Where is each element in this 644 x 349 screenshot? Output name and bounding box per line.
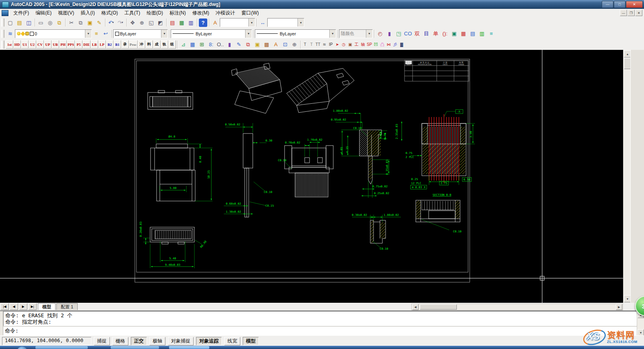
co-tool-button[interactable]: CO [404, 29, 412, 38]
toolbar-grip[interactable] [1, 41, 4, 49]
cmd-成-button[interactable]: 成 [153, 40, 161, 49]
sp-tool-button[interactable]: SP [367, 40, 372, 49]
layer-previous-button[interactable]: ↩ [101, 29, 110, 38]
layers-cyan-button[interactable]: ≡ [487, 29, 495, 38]
hatch-blue-button[interactable]: 彡 [392, 40, 398, 49]
layer-combo[interactable]: 0 ▼ [15, 29, 92, 38]
shaft-red-button[interactable]: 轴 [360, 40, 366, 49]
close-button[interactable]: ✕ [626, 1, 643, 8]
layer-freeze-icon[interactable] [21, 31, 25, 36]
tool-palettes-button[interactable]: ▥ [187, 18, 195, 27]
clock-tool-button[interactable]: ◴ [376, 29, 384, 38]
make-object-layer-current-button[interactable]: ≡ [92, 29, 101, 38]
tab-next-button[interactable]: ▶ [19, 303, 27, 310]
taskbar-item[interactable] [35, 346, 88, 349]
cmd-Proc-button[interactable]: Proc [129, 40, 138, 49]
lineweight-combo[interactable]: ByLayer ▼ [255, 29, 336, 38]
punch-double-button[interactable]: TT [315, 40, 321, 49]
status-toggle-7[interactable]: 模型 [243, 337, 259, 345]
dropdown-arrow-icon[interactable]: ▼ [245, 30, 252, 38]
tab-layout1[interactable]: 配置 1 [56, 303, 78, 310]
properties-palette-button[interactable]: ▤ [168, 18, 177, 27]
command-window-grip[interactable] [0, 311, 3, 336]
grid-tool-button[interactable]: ⊞ [198, 40, 206, 49]
cmd-1st-button[interactable]: 1st [6, 40, 13, 49]
horizontal-scrollbar[interactable]: ◀ ▶ [411, 304, 623, 310]
menu-item-5[interactable]: 工具(T) [121, 9, 143, 17]
slide-red-button[interactable]: 工 [354, 40, 359, 49]
coordinate-readout[interactable]: 1461.7698, 104.0006, 0.0000 [2, 337, 91, 345]
spring-tool-button[interactable]: ≋ [322, 40, 327, 49]
menu-item-4[interactable]: 格式(O) [98, 9, 121, 17]
command-window[interactable]: 命令: e ERASE 找到 2 个命令: 指定对角点: 命令: ▲ ▼ [0, 310, 644, 336]
minimize-button[interactable]: — [602, 1, 613, 8]
cmd-LB-button[interactable]: LB [91, 40, 98, 49]
dye-tool-button[interactable]: 双 [413, 29, 421, 38]
paste-button[interactable]: ▣ [86, 18, 94, 27]
cmd-冲-button[interactable]: 冲 [138, 40, 145, 49]
punch-gray-button[interactable]: T [302, 40, 308, 49]
render-box-button[interactable]: ◳ [394, 29, 403, 38]
scroll-right-button[interactable]: ▶ [616, 304, 622, 310]
menu-item-0[interactable]: 文件(F) [10, 9, 32, 17]
new-file-button[interactable]: ▢ [6, 18, 14, 27]
layer-color-swatch[interactable] [30, 32, 34, 36]
dim-style-combo[interactable]: ▼ [267, 18, 304, 27]
status-toggle-5[interactable]: 对象追踪 [196, 337, 222, 345]
start-orb[interactable] [17, 347, 27, 349]
cmd-HD-button[interactable]: HD [13, 40, 21, 49]
plot-preview-button[interactable]: ◎ [46, 18, 54, 27]
cmd-组-button[interactable]: 组 [168, 40, 176, 49]
status-toggle-1[interactable]: 栅格 [112, 337, 128, 345]
doc-restore-button[interactable]: ❐ [627, 10, 635, 16]
taskbar-item[interactable] [111, 346, 159, 349]
dropdown-arrow-icon[interactable]: ▼ [329, 30, 336, 38]
cmd-U1-button[interactable]: U1 [21, 40, 29, 49]
layer-lock-icon[interactable] [25, 32, 29, 35]
pencil-tool-button[interactable]: ✎ [235, 40, 243, 49]
book-tool-button[interactable]: ▮ [225, 40, 234, 49]
plot-button[interactable]: ▭ [37, 18, 45, 27]
tab-last-button[interactable]: ▶| [28, 303, 37, 310]
toolbar-grip[interactable] [1, 30, 4, 38]
cmd-UB-button[interactable]: UB [52, 40, 59, 49]
cmd-轨-button[interactable]: 轨 [161, 40, 168, 49]
tab-prev-button[interactable]: ◀ [10, 303, 18, 310]
windows-taskbar[interactable] [0, 346, 644, 349]
text-style-combo[interactable]: ▼ [220, 18, 255, 27]
color-bars-button[interactable]: ▤ [469, 29, 477, 38]
guide-pink-button[interactable]: 凸 [380, 40, 385, 49]
redo-button[interactable]: ↷▼ [116, 18, 125, 27]
render-dark-button[interactable]: ▣ [450, 29, 458, 38]
zoom-realtime-button[interactable]: ⊕ [138, 18, 146, 27]
sheet-yellow-button[interactable]: ▣ [253, 40, 262, 49]
color-grid-button[interactable]: ▦ [459, 29, 468, 38]
dropdown-arrow-icon[interactable]: ▼ [297, 18, 304, 27]
dropdown-arrow-icon[interactable]: ▼ [121, 21, 124, 24]
undo-button[interactable]: ↶▼ [107, 18, 116, 27]
menu-item-6[interactable]: 绘图(D) [143, 9, 166, 17]
help-button[interactable]: ? [199, 18, 207, 27]
cmd-料-button[interactable]: 料 [145, 40, 153, 49]
layer-manager-button[interactable]: ≋ [6, 29, 14, 38]
command-prompt[interactable]: 命令: [3, 326, 637, 336]
cmd-LP-button[interactable]: LP [98, 40, 106, 49]
cmd-U2-button[interactable]: U2 [29, 40, 36, 49]
osnap-dots-button[interactable]: O.. [216, 40, 225, 49]
menu-item-8[interactable]: 修改(M) [189, 9, 213, 17]
command-scroll-down[interactable]: ▼ [638, 329, 644, 336]
cmd-PPS-button[interactable]: PPS [67, 40, 75, 49]
tab-model[interactable]: 模型 [38, 303, 56, 310]
bracket-tool-button[interactable]: (): [441, 29, 449, 38]
status-toggle-0[interactable]: 捕捉 [94, 337, 110, 345]
add-circle-button[interactable]: ⊕ [290, 40, 299, 49]
menu-item-10[interactable]: 窗口(W) [238, 9, 262, 17]
cmd-DIE-button[interactable]: DIE [83, 40, 91, 49]
taskbar-item[interactable] [169, 346, 209, 349]
cmd-录-button[interactable]: 录 [121, 40, 129, 49]
pan-button[interactable]: ✥ [128, 18, 137, 27]
sheet-list-button[interactable]: ▥ [478, 29, 486, 38]
status-toggle-6[interactable]: 线宽 [224, 337, 240, 345]
toolbar-grip[interactable] [1, 18, 4, 27]
measure-tool-button[interactable]: ⊿ [179, 40, 188, 49]
